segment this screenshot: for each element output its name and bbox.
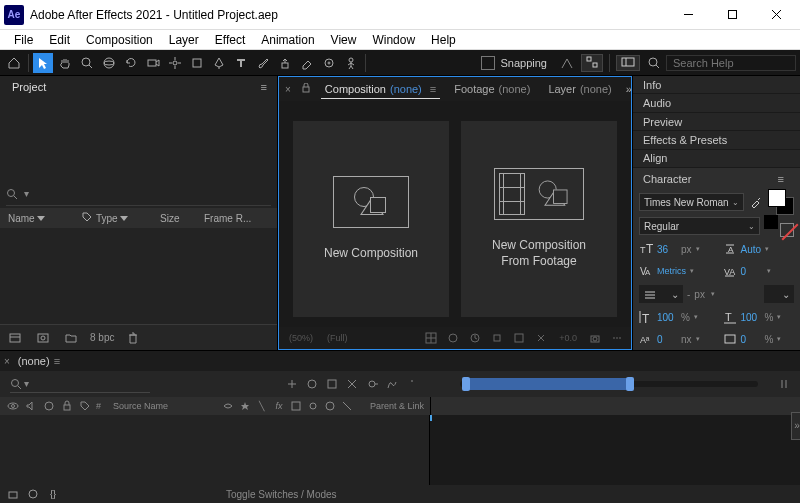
tl-comp-marker-icon[interactable] — [284, 376, 300, 392]
project-search[interactable]: ▾ — [6, 182, 271, 206]
tl-graph-icon[interactable] — [384, 376, 400, 392]
grid-icon[interactable] — [423, 330, 439, 346]
timeline-tab-none[interactable]: (none)≡ — [10, 355, 68, 367]
col-switch-3d-icon[interactable] — [323, 399, 337, 413]
mask-icon[interactable] — [445, 330, 461, 346]
col-label[interactable] — [82, 212, 92, 224]
col-solo-icon[interactable] — [42, 399, 56, 413]
orbit-tool[interactable] — [99, 53, 119, 73]
selection-tool[interactable] — [33, 53, 53, 73]
new-folder-icon[interactable] — [62, 329, 80, 347]
font-size-field[interactable]: TT 36px▾ — [633, 238, 717, 260]
col-source-name[interactable]: Source Name — [113, 401, 168, 411]
col-switch-fx-icon[interactable]: fx — [272, 399, 286, 413]
horizontal-scale-field[interactable]: T 100%▾ — [717, 306, 801, 328]
col-name[interactable]: Name — [8, 213, 78, 224]
tl-frameblend-icon[interactable] — [344, 376, 360, 392]
new-composition-card[interactable]: New Composition — [293, 121, 449, 317]
tl-zoom-in-icon[interactable] — [778, 378, 790, 390]
overflow-icon[interactable] — [609, 330, 625, 346]
panel-audio[interactable]: Audio — [633, 94, 800, 112]
pan-behind-tool[interactable] — [165, 53, 185, 73]
col-framerate[interactable]: Frame R... — [204, 213, 269, 224]
col-number[interactable]: # — [96, 401, 101, 411]
window-minimize-button[interactable] — [666, 0, 710, 29]
new-comp-icon[interactable] — [34, 329, 52, 347]
menu-layer[interactable]: Layer — [161, 33, 207, 47]
stroke-align-dropdown[interactable]: ⌄ — [639, 285, 683, 303]
eraser-tool[interactable] — [297, 53, 317, 73]
interpret-footage-icon[interactable] — [6, 329, 24, 347]
col-audio-icon[interactable] — [24, 399, 38, 413]
timeline-tracks-area[interactable] — [430, 415, 800, 485]
comp-tab-close[interactable]: × — [285, 84, 291, 95]
menu-file[interactable]: File — [6, 33, 41, 47]
leading-field[interactable]: A Auto▾ — [717, 238, 801, 260]
project-items-area[interactable] — [0, 228, 277, 324]
tab-layer[interactable]: Layer(none) — [544, 83, 615, 95]
comp-tab-lock-icon[interactable] — [301, 83, 311, 95]
character-panel-menu[interactable]: ≡ — [772, 173, 790, 185]
fill-stroke-swatch[interactable] — [768, 189, 794, 215]
tl-footer-brackets-icon[interactable]: {} — [46, 487, 60, 501]
toggle-switches-modes[interactable]: Toggle Switches / Modes — [226, 489, 337, 500]
panel-grip-icon[interactable] — [791, 412, 800, 440]
hand-tool[interactable] — [55, 53, 75, 73]
panel-effects-presets[interactable]: Effects & Presets — [633, 131, 800, 149]
eyedropper-icon[interactable] — [748, 194, 764, 210]
col-parent-link[interactable]: Parent & Link — [370, 401, 424, 411]
menu-edit[interactable]: Edit — [41, 33, 78, 47]
col-switch-shy-icon[interactable] — [221, 399, 235, 413]
comp-zoom-pct[interactable]: (50%) — [285, 333, 317, 343]
tab-footage[interactable]: Footage(none) — [450, 83, 534, 95]
baseline-shift-field[interactable]: Aª 0nx▾ — [633, 328, 717, 350]
reset-exposure-icon[interactable] — [533, 330, 549, 346]
comp-tabs-overflow[interactable]: » — [626, 83, 632, 95]
vertical-scale-field[interactable]: T 100%▾ — [633, 306, 717, 328]
tl-footer-render-icon[interactable] — [26, 487, 40, 501]
snapping-checkbox[interactable] — [481, 56, 495, 70]
workspace-button[interactable] — [616, 55, 640, 71]
shape-tool[interactable] — [187, 53, 207, 73]
panel-preview[interactable]: Preview — [633, 113, 800, 131]
timeline-navigator[interactable] — [460, 381, 758, 387]
project-panel-menu[interactable]: ≡ — [255, 81, 273, 93]
col-switch-star-icon[interactable] — [238, 399, 252, 413]
snapshot-icon[interactable] — [489, 330, 505, 346]
rotation-tool[interactable] — [121, 53, 141, 73]
col-switch-misc-icon[interactable] — [340, 399, 354, 413]
timeline-layers-area[interactable] — [0, 415, 430, 485]
col-switch-adj-icon[interactable] — [306, 399, 320, 413]
col-switch-mb-icon[interactable] — [289, 399, 303, 413]
tab-composition[interactable]: Composition(none) ≡ — [321, 83, 440, 99]
menu-animation[interactable]: Animation — [253, 33, 322, 47]
font-family-dropdown[interactable]: Times New Roman⌄ — [639, 193, 744, 211]
stroke-swatch[interactable] — [764, 215, 794, 237]
pen-tool[interactable] — [209, 53, 229, 73]
menu-view[interactable]: View — [323, 33, 365, 47]
camera-tool[interactable] — [143, 53, 163, 73]
tl-brainstorm-icon[interactable] — [404, 376, 420, 392]
new-composition-from-footage-card[interactable]: New Composition From Footage — [461, 121, 617, 317]
menu-window[interactable]: Window — [364, 33, 423, 47]
window-close-button[interactable] — [754, 0, 798, 29]
comp-resolution[interactable]: (Full) — [323, 333, 352, 343]
col-switch-slash-icon[interactable]: ╲ — [255, 399, 269, 413]
camera-snapshot-icon[interactable] — [587, 330, 603, 346]
clone-stamp-tool[interactable] — [275, 53, 295, 73]
type-tool[interactable] — [231, 53, 251, 73]
home-button[interactable] — [4, 53, 24, 73]
snap-option-1[interactable] — [557, 53, 577, 73]
panel-align[interactable]: Align — [633, 150, 800, 168]
roto-brush-tool[interactable] — [319, 53, 339, 73]
menu-effect[interactable]: Effect — [207, 33, 253, 47]
tsume-field[interactable]: 0%▾ — [717, 328, 801, 350]
time-icon[interactable] — [467, 330, 483, 346]
col-visibility-icon[interactable] — [6, 399, 20, 413]
stroke-style-dropdown[interactable]: ⌄ — [764, 285, 794, 303]
font-style-dropdown[interactable]: Regular⌄ — [639, 217, 760, 235]
exposure-value[interactable]: +0.0 — [555, 333, 581, 343]
kerning-field[interactable]: VA Metrics▾ — [633, 260, 717, 282]
search-help-input[interactable] — [673, 57, 789, 69]
tl-footer-expand-icon[interactable] — [6, 487, 20, 501]
